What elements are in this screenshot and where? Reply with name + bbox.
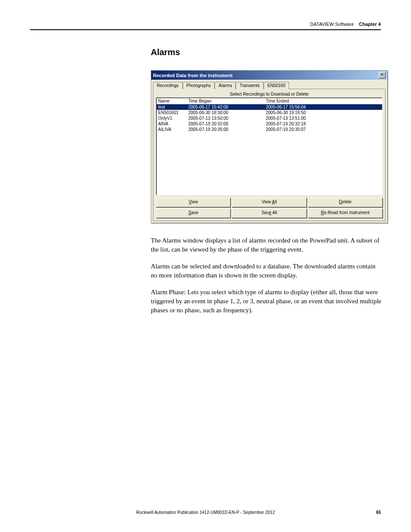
cell-began: 2005-07-19 20:32:00 — [188, 121, 266, 127]
table-row[interactable]: AILIVA2005-07-19 20:35:002005-07-19 20:3… — [156, 127, 382, 132]
table-row[interactable]: OnlyV12005-07-13 13:50:002005-07-13 13:5… — [156, 115, 382, 121]
tab-content: Select Recordings to Download or Delete … — [153, 89, 386, 221]
col-header-began: Time Began — [188, 99, 266, 103]
section-title: Alarms — [151, 47, 381, 57]
view-button[interactable]: View — [156, 198, 230, 207]
footer-page-number: 65 — [364, 510, 381, 515]
tab-photographs[interactable]: Photographs — [183, 82, 215, 89]
save-button[interactable]: Save — [156, 208, 230, 218]
list-headers: Name Time Began Time Ended — [156, 98, 382, 104]
cell-ended: 2005-07-19 20:32:18 — [266, 121, 380, 127]
view-all-button[interactable]: View All — [232, 198, 306, 207]
paragraph: Alarm Phase: Lets you select which type … — [151, 288, 383, 315]
header-rule — [30, 29, 381, 30]
cell-name: AllVA — [158, 121, 188, 127]
cell-name: AILIVA — [158, 127, 188, 132]
tab-recordings[interactable]: Recordings — [153, 82, 183, 89]
cell-began: 2005-07-13 13:50:00 — [188, 115, 266, 121]
tab-row: Recordings Photographs Alarms Transients… — [151, 80, 387, 89]
dialog-title: Recorded Data from the instrument — [153, 73, 233, 78]
cell-began: 2005-06-17 15:42:00 — [188, 104, 266, 110]
col-header-name: Name — [158, 99, 188, 103]
header-software: DATAVIEW Software — [310, 22, 354, 27]
dialog-titlebar: Recorded Data from the instrument × — [151, 71, 387, 80]
footer-publication: Rockwell Automation Publication 1412-UM0… — [47, 510, 364, 515]
table-row[interactable]: test2005-06-17 15:42:002005-06-17 15:56:… — [156, 104, 382, 110]
cell-name: OnlyV1 — [158, 115, 188, 121]
reread-button[interactable]: Re-Read from Instrument — [308, 208, 383, 218]
col-header-ended: Time Ended — [266, 99, 380, 103]
cell-ended: 2005-06-30 19:18:50 — [266, 110, 380, 115]
table-row[interactable]: AllVA2005-07-19 20:32:002005-07-19 20:32… — [156, 121, 382, 127]
tab-transients[interactable]: Transients — [236, 82, 263, 89]
cell-ended: 2005-07-19 20:35:07 — [266, 127, 380, 132]
tab-en50160[interactable]: EN50160 — [264, 82, 290, 89]
groupbox-label: Select Recordings to Download or Delete — [156, 92, 383, 96]
recorded-data-dialog: Recorded Data from the instrument × Reco… — [151, 70, 388, 223]
cell-ended: 2005-07-13 13:51:00 — [266, 115, 380, 121]
cell-ended: 2005-06-17 15:56:04 — [266, 104, 380, 110]
cell-began: 2005-07-19 20:35:00 — [188, 127, 266, 132]
tab-alarms[interactable]: Alarms — [215, 82, 236, 89]
recordings-listbox[interactable]: Name Time Began Time Ended test2005-06-1… — [156, 97, 383, 195]
paragraph: The Alarms window displays a list of ala… — [151, 236, 383, 254]
close-icon[interactable]: × — [379, 72, 386, 78]
table-row[interactable]: EN5016012005-06-30 18:30:002005-06-30 19… — [156, 110, 382, 115]
body-text: The Alarms window displays a list of ala… — [151, 236, 383, 315]
save-all-button[interactable]: Save All — [232, 208, 306, 218]
cell-name: EN501601 — [158, 110, 188, 115]
cell-began: 2005-06-30 18:30:00 — [188, 110, 266, 115]
header-chapter: Chapter 4 — [359, 22, 381, 27]
cell-name: test — [158, 104, 188, 110]
delete-button[interactable]: Delete — [308, 198, 383, 207]
paragraph: Alarms can be selected and downloaded to… — [151, 262, 383, 280]
